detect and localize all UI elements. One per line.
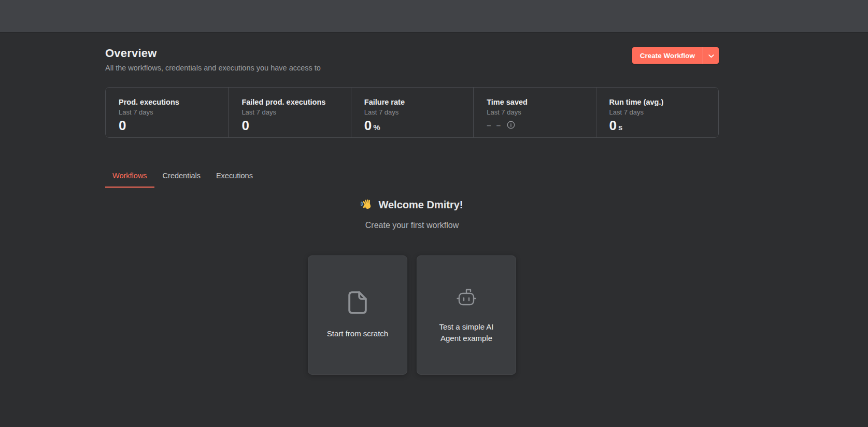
stat-value: 0 <box>119 119 126 132</box>
page-title: Overview <box>105 47 321 60</box>
stat-title: Time saved <box>487 98 595 106</box>
stats-summary-bar: Prod. executions Last 7 days 0 Failed pr… <box>105 87 719 138</box>
stat-period: Last 7 days <box>364 108 473 116</box>
stat-suffix: % <box>373 120 380 132</box>
page-header-text: Overview All the workflows, credentials … <box>105 47 321 72</box>
welcome-subtitle: Create your first workflow <box>105 221 719 230</box>
tab-credentials[interactable]: Credentials <box>155 167 208 188</box>
stat-time-saved: Time saved Last 7 days – – <box>473 88 595 137</box>
wave-emoji-icon <box>361 198 373 211</box>
welcome-title: Welcome Dmitry! <box>361 198 463 211</box>
stat-period: Last 7 days <box>241 108 350 116</box>
card-label: Test a simple AI Agent example <box>429 321 504 344</box>
chevron-down-icon <box>708 52 714 60</box>
stat-prod-executions: Prod. executions Last 7 days 0 <box>106 88 228 137</box>
stat-title: Failure rate <box>364 98 473 106</box>
resource-tabs: Workflows Credentials Executions <box>105 167 719 188</box>
page-subtitle: All the workflows, credentials and execu… <box>105 64 321 72</box>
create-workflow-split-button[interactable]: Create Workflow <box>632 47 719 64</box>
card-label: Start from scratch <box>327 328 388 339</box>
tab-executions[interactable]: Executions <box>209 167 260 188</box>
create-workflow-button[interactable]: Create Workflow <box>632 47 703 64</box>
stat-period: Last 7 days <box>609 108 718 116</box>
info-circle-icon[interactable] <box>507 119 515 129</box>
stat-value-empty: – – <box>487 119 502 129</box>
welcome-title-text: Welcome Dmitry! <box>378 199 463 211</box>
stat-value: 0 <box>241 119 249 132</box>
create-workflow-dropdown-button[interactable] <box>703 47 719 64</box>
stat-suffix: s <box>618 120 622 132</box>
stat-title: Failed prod. executions <box>241 98 350 106</box>
stat-value: 0 <box>364 119 372 132</box>
tab-workflows[interactable]: Workflows <box>105 167 154 188</box>
welcome-empty-state: Welcome Dmitry! Create your first workfl… <box>105 198 719 230</box>
starter-cards: Start from scratch Test a simple AI Agen… <box>105 255 719 375</box>
stat-failure-rate: Failure rate Last 7 days 0 % <box>351 88 473 137</box>
stat-title: Prod. executions <box>119 98 228 106</box>
start-from-scratch-card[interactable]: Start from scratch <box>308 255 407 375</box>
page-header: Overview All the workflows, credentials … <box>105 33 719 72</box>
stat-run-time-avg: Run time (avg.) Last 7 days 0 s <box>596 88 718 137</box>
ai-agent-example-card[interactable]: Test a simple AI Agent example <box>417 255 516 375</box>
stat-value: 0 <box>609 119 617 132</box>
overview-page: Overview All the workflows, credentials … <box>105 33 719 375</box>
stat-title: Run time (avg.) <box>609 98 718 106</box>
top-navigation-bar <box>0 0 868 33</box>
stat-period: Last 7 days <box>487 108 595 116</box>
stat-period: Last 7 days <box>119 108 228 116</box>
file-document-icon <box>348 291 367 317</box>
robot-icon <box>454 286 479 310</box>
stat-failed-prod-executions: Failed prod. executions Last 7 days 0 <box>228 88 350 137</box>
